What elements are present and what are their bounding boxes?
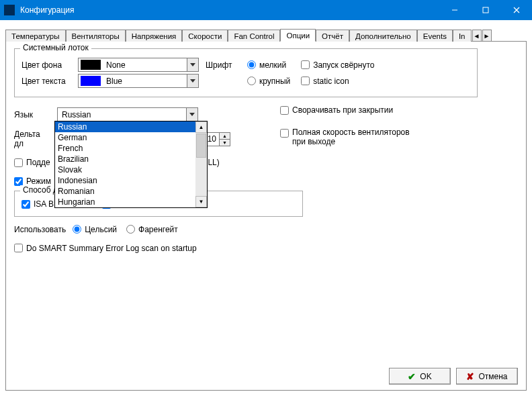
- titlebar: Конфигурация: [0, 0, 532, 20]
- language-combo[interactable]: Russian: [57, 107, 198, 121]
- font-label: Шрифт: [206, 60, 238, 70]
- full-speed-exit-check[interactable]: Полная скорость вентиляторов при выходе: [280, 128, 410, 146]
- close-button[interactable]: [501, 0, 532, 20]
- chevron-down-icon[interactable]: [187, 58, 198, 71]
- scroll-track[interactable]: [195, 158, 207, 196]
- tab-in[interactable]: In: [453, 30, 472, 42]
- language-option[interactable]: Brazilian: [55, 154, 195, 164]
- tab-температуры[interactable]: Температуры: [5, 30, 66, 42]
- minimize-on-close-label: Сворачивать при закрытии: [292, 105, 393, 115]
- check-icon: ✔: [408, 371, 416, 382]
- font-small-label: мелкий: [259, 60, 286, 70]
- cancel-button-label: Отмена: [478, 372, 507, 381]
- app-icon: [4, 5, 15, 15]
- ok-button[interactable]: ✔ OK: [389, 368, 451, 385]
- maximize-button[interactable]: [470, 0, 501, 20]
- static-icon-check[interactable]: static icon: [301, 77, 349, 86]
- tab-отчёт[interactable]: Отчёт: [316, 30, 349, 42]
- system-tray-group: Системный лоток Цвет фона None Шрифт мел…: [14, 48, 478, 97]
- cross-icon: ✘: [466, 371, 474, 382]
- language-option[interactable]: Indonesian: [55, 175, 195, 186]
- text-color-swatch: [81, 76, 101, 86]
- bg-color-value: None: [105, 60, 187, 70]
- start-minimized-label: Запуск свёрнуто: [313, 60, 374, 70]
- mode-check[interactable]: Режим: [14, 177, 51, 186]
- scroll-up-button[interactable]: ▲: [195, 121, 207, 133]
- fahrenheit-radio[interactable]: Фаренгейт: [126, 225, 178, 234]
- celsius-radio[interactable]: Цельсий: [73, 225, 117, 234]
- tab-скорости[interactable]: Скорости: [182, 30, 228, 42]
- font-small-radio[interactable]: мелкий: [247, 60, 286, 70]
- font-large-radio[interactable]: крупный: [247, 77, 290, 86]
- language-value: Russian: [58, 110, 186, 119]
- full-speed-line1: Полная скорость вентиляторов: [292, 128, 410, 137]
- language-option[interactable]: Romanian: [55, 186, 195, 197]
- tab-напряжения[interactable]: Напряжения: [126, 30, 183, 42]
- tab-дополнительно[interactable]: Дополнительно: [349, 30, 417, 42]
- start-minimized-check[interactable]: Запуск свёрнуто: [301, 60, 374, 70]
- support-check[interactable]: Подде: [14, 158, 50, 167]
- scroll-thumb[interactable]: [196, 134, 206, 158]
- tab-panel-options: Системный лоток Цвет фона None Шрифт мел…: [5, 42, 527, 391]
- chevron-down-icon[interactable]: [187, 75, 198, 87]
- bg-color-swatch: [81, 60, 101, 70]
- language-option[interactable]: Slovak: [55, 164, 195, 175]
- tab-опции[interactable]: Опции: [280, 29, 316, 42]
- bg-color-label: Цвет фона: [21, 60, 75, 70]
- static-icon-label: static icon: [313, 77, 349, 86]
- smart-scan-label: Do SMART Summary Error Log scan on start…: [26, 244, 197, 253]
- tab-strip: ТемпературыВентиляторыНапряженияСкорости…: [5, 26, 527, 42]
- tab-scroll-right[interactable]: ►: [482, 30, 492, 42]
- smart-scan-check[interactable]: Do SMART Summary Error Log scan on start…: [14, 244, 197, 253]
- fahrenheit-label: Фаренгейт: [138, 225, 178, 234]
- spinner-arrows[interactable]: ▲▼: [219, 133, 230, 146]
- tab-fan control[interactable]: Fan Control: [228, 30, 280, 42]
- language-option[interactable]: Hungarian: [55, 197, 195, 207]
- delta-label: Дельта дл: [14, 130, 52, 148]
- scroll-down-button[interactable]: ▼: [195, 196, 207, 207]
- celsius-label: Цельсий: [85, 225, 117, 234]
- minimize-button[interactable]: [439, 0, 470, 20]
- tab-events[interactable]: Events: [417, 30, 453, 42]
- minimize-on-close-check[interactable]: Сворачивать при закрытии: [280, 105, 393, 115]
- full-speed-line2: при выходе: [292, 137, 335, 146]
- mode-label: Режим: [26, 177, 51, 186]
- language-option[interactable]: French: [55, 143, 195, 154]
- bg-color-combo[interactable]: None: [78, 58, 199, 72]
- chevron-down-icon[interactable]: [186, 108, 197, 121]
- svg-rect-1: [483, 7, 488, 13]
- cancel-button[interactable]: ✘ Отмена: [456, 368, 518, 385]
- tab-вентиляторы[interactable]: Вентиляторы: [66, 30, 126, 42]
- language-option[interactable]: German: [55, 132, 195, 143]
- text-color-combo[interactable]: Blue: [78, 74, 199, 88]
- text-color-value: Blue: [105, 77, 187, 86]
- window-title: Конфигурация: [20, 5, 439, 15]
- language-option[interactable]: Russian: [55, 121, 195, 132]
- dropdown-scrollbar[interactable]: ▲ ▼: [195, 121, 207, 207]
- language-dropdown-list[interactable]: RussianGermanFrenchBrazilianSlovakIndone…: [54, 121, 208, 208]
- support-label-prefix: Подде: [26, 158, 50, 167]
- system-tray-legend: Системный лоток: [20, 43, 91, 52]
- ok-button-label: OK: [420, 372, 431, 381]
- language-label: Язык: [14, 110, 52, 119]
- units-label: Использовать: [14, 225, 66, 234]
- text-color-label: Цвет текста: [21, 77, 75, 86]
- font-large-label: крупный: [259, 77, 290, 86]
- tab-scroll-left[interactable]: ◄: [472, 30, 482, 42]
